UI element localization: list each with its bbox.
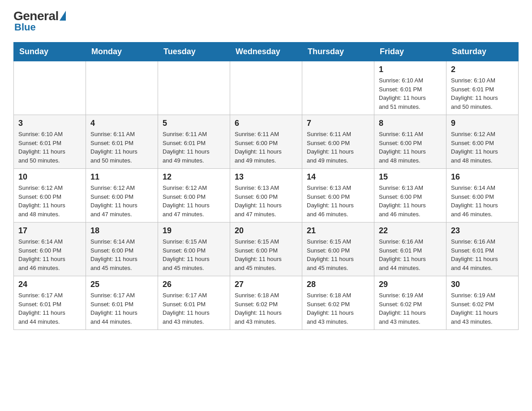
day-number: 15 [379, 172, 442, 182]
calendar-cell: 30Sunrise: 6:19 AM Sunset: 6:02 PM Dayli… [446, 276, 519, 330]
day-info: Sunrise: 6:16 AM Sunset: 6:01 PM Dayligh… [451, 237, 514, 272]
day-info: Sunrise: 6:11 AM Sunset: 6:00 PM Dayligh… [235, 130, 297, 165]
week-row-2: 3Sunrise: 6:10 AM Sunset: 6:01 PM Daylig… [14, 115, 519, 169]
day-number: 23 [451, 226, 514, 235]
calendar-cell: 8Sunrise: 6:11 AM Sunset: 6:00 PM Daylig… [374, 115, 446, 169]
day-number: 14 [307, 172, 369, 182]
header-monday: Monday [86, 43, 158, 61]
day-info: Sunrise: 6:17 AM Sunset: 6:01 PM Dayligh… [163, 291, 225, 326]
day-number: 22 [379, 226, 442, 235]
calendar-header-row: SundayMondayTuesdayWednesdayThursdayFrid… [14, 43, 519, 61]
day-number: 17 [18, 226, 81, 235]
logo: General Blue [13, 9, 66, 33]
calendar-cell: 19Sunrise: 6:15 AM Sunset: 6:00 PM Dayli… [158, 223, 230, 276]
calendar-cell: 6Sunrise: 6:11 AM Sunset: 6:00 PM Daylig… [230, 115, 302, 169]
calendar-cell: 18Sunrise: 6:14 AM Sunset: 6:00 PM Dayli… [86, 223, 158, 276]
day-info: Sunrise: 6:15 AM Sunset: 6:00 PM Dayligh… [163, 237, 225, 272]
calendar-cell: 4Sunrise: 6:11 AM Sunset: 6:01 PM Daylig… [86, 115, 158, 169]
calendar-cell: 7Sunrise: 6:11 AM Sunset: 6:00 PM Daylig… [302, 115, 374, 169]
day-number: 16 [451, 172, 514, 182]
calendar-cell: 10Sunrise: 6:12 AM Sunset: 6:00 PM Dayli… [14, 169, 86, 223]
day-info: Sunrise: 6:11 AM Sunset: 6:00 PM Dayligh… [307, 130, 369, 165]
calendar-cell: 14Sunrise: 6:13 AM Sunset: 6:00 PM Dayli… [302, 169, 374, 223]
day-number: 5 [163, 119, 225, 128]
day-info: Sunrise: 6:11 AM Sunset: 6:01 PM Dayligh… [163, 130, 225, 165]
calendar-cell: 15Sunrise: 6:13 AM Sunset: 6:00 PM Dayli… [374, 169, 446, 223]
day-info: Sunrise: 6:19 AM Sunset: 6:02 PM Dayligh… [451, 291, 514, 326]
day-number: 9 [451, 119, 514, 128]
day-info: Sunrise: 6:12 AM Sunset: 6:00 PM Dayligh… [163, 184, 225, 218]
header-thursday: Thursday [302, 43, 374, 61]
day-info: Sunrise: 6:18 AM Sunset: 6:02 PM Dayligh… [307, 291, 369, 326]
week-row-1: 1Sunrise: 6:10 AM Sunset: 6:01 PM Daylig… [14, 61, 519, 115]
day-number: 7 [307, 119, 369, 128]
week-row-5: 24Sunrise: 6:17 AM Sunset: 6:01 PM Dayli… [14, 276, 519, 330]
calendar-cell: 29Sunrise: 6:19 AM Sunset: 6:02 PM Dayli… [374, 276, 446, 330]
header-friday: Friday [374, 43, 446, 61]
header: General Blue [13, 9, 519, 33]
day-number: 21 [307, 226, 369, 235]
week-row-3: 10Sunrise: 6:12 AM Sunset: 6:00 PM Dayli… [14, 169, 519, 223]
day-number: 20 [235, 226, 297, 235]
day-info: Sunrise: 6:11 AM Sunset: 6:00 PM Dayligh… [379, 130, 442, 165]
calendar-cell: 1Sunrise: 6:10 AM Sunset: 6:01 PM Daylig… [374, 61, 446, 115]
calendar-cell: 21Sunrise: 6:15 AM Sunset: 6:00 PM Dayli… [302, 223, 374, 276]
calendar-cell: 12Sunrise: 6:12 AM Sunset: 6:00 PM Dayli… [158, 169, 230, 223]
calendar-cell: 20Sunrise: 6:15 AM Sunset: 6:00 PM Dayli… [230, 223, 302, 276]
day-info: Sunrise: 6:14 AM Sunset: 6:00 PM Dayligh… [90, 237, 153, 272]
day-info: Sunrise: 6:15 AM Sunset: 6:00 PM Dayligh… [235, 237, 297, 272]
day-info: Sunrise: 6:12 AM Sunset: 6:00 PM Dayligh… [451, 130, 514, 165]
calendar-cell: 28Sunrise: 6:18 AM Sunset: 6:02 PM Dayli… [302, 276, 374, 330]
calendar-cell: 16Sunrise: 6:14 AM Sunset: 6:00 PM Dayli… [446, 169, 519, 223]
day-number: 29 [379, 280, 442, 289]
calendar-cell: 26Sunrise: 6:17 AM Sunset: 6:01 PM Dayli… [158, 276, 230, 330]
header-saturday: Saturday [446, 43, 519, 61]
day-number: 1 [379, 65, 442, 74]
calendar-cell: 11Sunrise: 6:12 AM Sunset: 6:00 PM Dayli… [86, 169, 158, 223]
day-number: 26 [163, 280, 225, 289]
day-info: Sunrise: 6:10 AM Sunset: 6:01 PM Dayligh… [18, 130, 81, 165]
header-sunday: Sunday [14, 43, 86, 61]
calendar-cell: 3Sunrise: 6:10 AM Sunset: 6:01 PM Daylig… [14, 115, 86, 169]
calendar-cell: 24Sunrise: 6:17 AM Sunset: 6:01 PM Dayli… [14, 276, 86, 330]
day-info: Sunrise: 6:10 AM Sunset: 6:01 PM Dayligh… [379, 76, 442, 111]
day-number: 25 [90, 280, 153, 289]
calendar-cell: 2Sunrise: 6:10 AM Sunset: 6:01 PM Daylig… [446, 61, 519, 115]
day-info: Sunrise: 6:17 AM Sunset: 6:01 PM Dayligh… [90, 291, 153, 326]
day-number: 8 [379, 119, 442, 128]
day-number: 27 [235, 280, 297, 289]
calendar-table: SundayMondayTuesdayWednesdayThursdayFrid… [13, 42, 519, 330]
header-tuesday: Tuesday [158, 43, 230, 61]
logo-triangle-icon [60, 11, 66, 21]
calendar-cell: 23Sunrise: 6:16 AM Sunset: 6:01 PM Dayli… [446, 223, 519, 276]
day-number: 10 [18, 172, 81, 182]
day-number: 30 [451, 280, 514, 289]
calendar-cell: 9Sunrise: 6:12 AM Sunset: 6:00 PM Daylig… [446, 115, 519, 169]
day-info: Sunrise: 6:13 AM Sunset: 6:00 PM Dayligh… [307, 184, 369, 218]
logo-blue-text: Blue [14, 21, 36, 33]
day-number: 2 [451, 65, 514, 74]
day-info: Sunrise: 6:13 AM Sunset: 6:00 PM Dayligh… [235, 184, 297, 218]
calendar-cell [302, 61, 374, 115]
day-info: Sunrise: 6:15 AM Sunset: 6:00 PM Dayligh… [307, 237, 369, 272]
calendar-cell: 22Sunrise: 6:16 AM Sunset: 6:01 PM Dayli… [374, 223, 446, 276]
calendar-cell [86, 61, 158, 115]
week-row-4: 17Sunrise: 6:14 AM Sunset: 6:00 PM Dayli… [14, 223, 519, 276]
day-number: 19 [163, 226, 225, 235]
calendar-cell: 25Sunrise: 6:17 AM Sunset: 6:01 PM Dayli… [86, 276, 158, 330]
day-number: 18 [90, 226, 153, 235]
day-info: Sunrise: 6:19 AM Sunset: 6:02 PM Dayligh… [379, 291, 442, 326]
calendar-cell: 27Sunrise: 6:18 AM Sunset: 6:02 PM Dayli… [230, 276, 302, 330]
day-info: Sunrise: 6:14 AM Sunset: 6:00 PM Dayligh… [18, 237, 81, 272]
day-number: 13 [235, 172, 297, 182]
day-info: Sunrise: 6:18 AM Sunset: 6:02 PM Dayligh… [235, 291, 297, 326]
calendar-cell [230, 61, 302, 115]
day-number: 28 [307, 280, 369, 289]
day-info: Sunrise: 6:16 AM Sunset: 6:01 PM Dayligh… [379, 237, 442, 272]
day-number: 6 [235, 119, 297, 128]
day-number: 3 [18, 119, 81, 128]
day-info: Sunrise: 6:11 AM Sunset: 6:01 PM Dayligh… [90, 130, 153, 165]
page: General Blue SundayMondayTuesdayWednesda… [0, 0, 532, 339]
day-number: 4 [90, 119, 153, 128]
day-info: Sunrise: 6:12 AM Sunset: 6:00 PM Dayligh… [18, 184, 81, 218]
